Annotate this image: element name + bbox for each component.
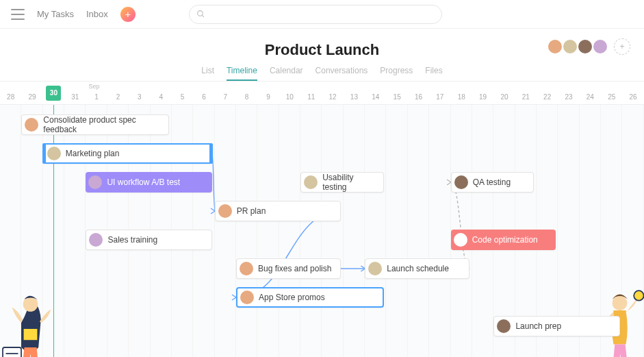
member-avatar[interactable] <box>577 38 593 55</box>
task-bar[interactable]: Sales training <box>86 230 211 250</box>
date-cell: 23 <box>558 93 579 104</box>
task-label: Launch prep <box>515 321 561 331</box>
tab-calendar[interactable]: Calendar <box>270 66 303 81</box>
date-cell: 26 <box>622 93 643 104</box>
task-bar[interactable]: Launch schedule <box>365 258 469 279</box>
date-cell: 25 <box>601 93 622 104</box>
search-input[interactable] <box>189 5 442 24</box>
task-label: PR plan <box>237 206 266 216</box>
resize-handle[interactable] <box>42 143 46 164</box>
task-label: Consolidate product spec feedback <box>43 115 163 134</box>
date-cell: 8 <box>236 93 257 104</box>
date-cell: 4 <box>151 93 172 104</box>
member-avatar[interactable] <box>547 38 563 55</box>
task-label: QA testing <box>473 177 511 187</box>
date-cell: 29 <box>21 93 42 104</box>
assignee-avatar <box>218 204 232 218</box>
assignee-avatar <box>25 118 38 132</box>
date-cell: 24 <box>580 93 601 104</box>
task-bar[interactable]: PR plan <box>215 201 341 221</box>
svg-line-1 <box>202 15 204 17</box>
page-header: Product Launch + ListTimelineCalendarCon… <box>0 29 644 82</box>
assignee-avatar <box>454 175 468 189</box>
date-cell: 3 <box>129 93 150 104</box>
svg-rect-2 <box>3 347 21 357</box>
task-bar[interactable]: Consolidate product spec feedback <box>21 114 169 135</box>
task-label: Bug fixes and polish <box>258 264 331 273</box>
resize-handle[interactable] <box>209 143 213 164</box>
assignee-avatar <box>497 319 511 333</box>
date-cell: 7 <box>215 93 236 104</box>
task-label: App Store promos <box>259 293 325 302</box>
date-cell: 5 <box>172 93 193 104</box>
member-avatar[interactable] <box>562 38 578 55</box>
assignee-avatar <box>304 175 318 189</box>
task-bar[interactable]: Marketing plan <box>43 143 212 164</box>
date-cell: 21 <box>515 93 537 104</box>
member-avatar[interactable] <box>592 38 608 55</box>
svg-point-0 <box>197 11 203 16</box>
date-cell: 20 <box>493 93 515 104</box>
svg-point-6 <box>23 297 38 312</box>
task-bar[interactable]: Launch prep <box>493 316 619 336</box>
svg-rect-7 <box>24 329 38 340</box>
date-cell: 13 <box>344 93 365 104</box>
date-cell: 18 <box>451 93 472 104</box>
task-label: UI workflow A/B test <box>107 177 180 187</box>
view-tabs: ListTimelineCalendarConversationsProgres… <box>0 66 644 81</box>
assignee-avatar <box>368 262 382 275</box>
task-label: Code optimization <box>472 235 538 245</box>
tab-conversations[interactable]: Conversations <box>315 66 368 81</box>
task-bar[interactable]: QA testing <box>451 172 534 193</box>
top-bar: My Tasks Inbox + <box>0 0 644 29</box>
date-cell: 22 <box>537 93 558 104</box>
date-cell: 1 <box>86 93 107 104</box>
task-bar[interactable]: App Store promos <box>236 287 384 308</box>
task-label: Usability testing <box>322 173 377 192</box>
date-cell: 11 <box>300 93 322 104</box>
date-cell: 31 <box>64 93 86 104</box>
search-icon <box>196 10 205 19</box>
svg-point-9 <box>634 291 643 300</box>
task-label: Marketing plan <box>66 149 120 158</box>
assignee-avatar <box>89 233 103 247</box>
date-cell: 17 <box>429 93 450 104</box>
date-cell: 19 <box>472 93 493 104</box>
task-label: Launch schedule <box>387 264 449 273</box>
month-label: Sep <box>88 83 99 90</box>
add-member-button[interactable]: + <box>614 38 630 55</box>
assignee-avatar <box>88 175 102 189</box>
date-cell: 2 <box>107 93 129 104</box>
date-header: 282930311Sep2345678910111213141516171819… <box>0 82 644 105</box>
date-cell: 14 <box>365 93 386 104</box>
members-list: + <box>547 38 630 55</box>
task-label: Sales training <box>107 235 157 245</box>
date-cell: 9 <box>257 93 279 104</box>
assignee-avatar <box>454 233 467 247</box>
timeline: 282930311Sep2345678910111213141516171819… <box>0 82 644 357</box>
date-cell: 16 <box>408 93 429 104</box>
task-bar[interactable]: Bug fixes and polish <box>236 258 341 279</box>
task-bar[interactable]: Code optimization <box>451 230 556 250</box>
task-bar[interactable]: UI workflow A/B test <box>86 172 211 193</box>
date-cell: 28 <box>0 93 21 104</box>
nav-inbox[interactable]: Inbox <box>86 9 108 19</box>
assignee-avatar <box>240 291 254 304</box>
date-cell: 6 <box>193 93 214 104</box>
nav-my-tasks[interactable]: My Tasks <box>37 9 74 19</box>
menu-icon[interactable] <box>11 9 25 20</box>
tab-list[interactable]: List <box>201 66 214 81</box>
task-bar[interactable]: Usability testing <box>300 172 383 193</box>
tab-files[interactable]: Files <box>425 66 442 81</box>
assignee-avatar <box>47 147 61 160</box>
svg-point-8 <box>613 295 628 310</box>
decoration-left <box>0 286 58 357</box>
assignee-avatar <box>240 262 253 275</box>
date-cell: 12 <box>322 93 343 104</box>
date-cell: 15 <box>386 93 407 104</box>
tab-progress[interactable]: Progress <box>380 66 413 81</box>
date-cell: 10 <box>279 93 300 104</box>
tab-timeline[interactable]: Timeline <box>227 66 257 81</box>
add-button[interactable]: + <box>120 7 136 22</box>
date-cell: 30 <box>43 86 64 104</box>
